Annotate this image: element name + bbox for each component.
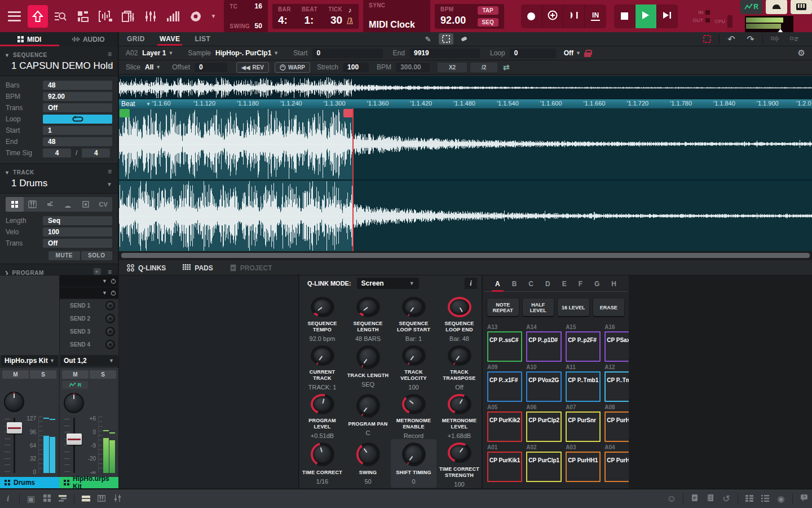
- qlink-knob-cell[interactable]: PROGRAM LEVEL+0.51dB: [299, 391, 345, 439]
- track-menu-icon[interactable]: ≡: [108, 168, 112, 176]
- main-mode-button[interactable]: [28, 5, 48, 28]
- pad-button[interactable]: CP PurKik2: [487, 411, 522, 442]
- track-tab-program[interactable]: HipHo.urps Kit: [59, 477, 118, 488]
- pad-button[interactable]: CP PVox2G: [526, 371, 562, 402]
- track-type-midi-button[interactable]: [59, 197, 77, 212]
- fader-thumb[interactable]: [67, 433, 82, 445]
- menu-icon[interactable]: [8, 11, 21, 21]
- bars-view-icon[interactable]: [78, 494, 94, 503]
- warp-button[interactable]: WARP: [275, 62, 310, 73]
- process-settings-button[interactable]: [787, 33, 801, 45]
- tab-pads[interactable]: PADS: [183, 264, 213, 272]
- qlink-knob[interactable]: [311, 297, 334, 317]
- param-field[interactable]: 48: [43, 137, 112, 146]
- track-type-plugin-button[interactable]: [41, 197, 59, 212]
- qlink-knob[interactable]: [311, 443, 334, 466]
- browser-mode-button[interactable]: [50, 5, 70, 28]
- send-knob[interactable]: [105, 314, 115, 323]
- strip-mute-button[interactable]: M: [2, 370, 29, 379]
- tab-qlinks[interactable]: Q-LINKS: [127, 264, 166, 272]
- qlink-knob[interactable]: [356, 345, 380, 369]
- sequence-title[interactable]: 1 CAPSUN DEMO Hold: [11, 60, 112, 72]
- qlink-knob-cell[interactable]: PROGRAM PANC: [345, 391, 391, 439]
- sync-panel[interactable]: SYNC MIDI Clock: [363, 0, 430, 32]
- add-program-icon[interactable]: +: [94, 268, 101, 275]
- pad-bank-a[interactable]: A: [492, 279, 504, 291]
- qlink-knob-cell[interactable]: SEQUENCE LOOP ENDBar. 48: [436, 294, 482, 342]
- pad-button[interactable]: CP PurKik1: [487, 452, 522, 482]
- pad-button[interactable]: CP P..ssC#: [487, 331, 522, 362]
- bpm-double-button[interactable]: X2: [438, 63, 467, 72]
- media-disc-icon[interactable]: ◉: [773, 494, 789, 504]
- track-mute-button[interactable]: MUTE: [48, 251, 80, 260]
- qlink-knob[interactable]: [448, 394, 471, 414]
- pad-bank-d[interactable]: D: [542, 279, 554, 291]
- pad-bank-h[interactable]: H: [608, 279, 620, 291]
- channel-mixer-mode-button[interactable]: [140, 5, 161, 28]
- pad-select-button[interactable]: [700, 33, 714, 45]
- qlink-knob[interactable]: [356, 394, 380, 418]
- midi-keyboard-button[interactable]: [791, 0, 812, 14]
- sample-end-marker[interactable]: [343, 109, 353, 117]
- qlink-knob-cell[interactable]: TRACK LENGTHSEQ: [345, 342, 391, 391]
- info-icon[interactable]: i: [0, 494, 16, 503]
- overdub-button[interactable]: [542, 5, 564, 28]
- record-button[interactable]: [521, 5, 542, 28]
- master-mute-button[interactable]: [766, 0, 787, 14]
- play-start-button[interactable]: [657, 5, 678, 28]
- loop-point-field[interactable]: 0: [510, 49, 556, 58]
- insert-slot-1[interactable]: ▼: [60, 275, 118, 287]
- slice-dropdown[interactable]: All: [145, 63, 153, 71]
- erase-button[interactable]: ERASE: [593, 299, 625, 316]
- stretch-field[interactable]: 100: [343, 63, 369, 72]
- note-repeat-button[interactable]: NOTE REPEAT: [487, 299, 519, 316]
- qlink-knob-cell[interactable]: TIME CORRECT STRENGTH100: [436, 439, 482, 488]
- pad-button[interactable]: CP PurSnr: [566, 411, 601, 442]
- pad-bank-c[interactable]: C: [525, 279, 537, 291]
- seq-tempo-button[interactable]: SEQ: [478, 18, 498, 27]
- track-tab-drums[interactable]: Drums: [0, 477, 59, 488]
- qlink-knob[interactable]: [356, 297, 380, 317]
- mixer-view-icon[interactable]: [109, 494, 125, 503]
- pad-a01[interactable]: A01CP PurKik1: [487, 444, 522, 482]
- pad-a10[interactable]: A10CP PVox2G: [526, 364, 562, 402]
- pad-a13[interactable]: A13CP P..ssC#: [487, 324, 522, 362]
- tap-tempo-button[interactable]: TAP: [478, 6, 498, 15]
- sample-bpm-field[interactable]: 300.00: [396, 63, 430, 72]
- param-field[interactable]: 48: [43, 81, 112, 90]
- 16-level-button[interactable]: 16 LEVEL: [558, 299, 589, 316]
- position-panel[interactable]: BAR BEAT TICK 4: 1: 30 ♪: [272, 4, 359, 29]
- track-solo-button[interactable]: SOLO: [81, 251, 113, 260]
- strip-solo-button[interactable]: S: [30, 370, 56, 379]
- note-value-icon[interactable]: ♪: [348, 6, 352, 14]
- tab-project[interactable]: P PROJECT: [230, 264, 272, 272]
- fader-track[interactable]: [73, 418, 75, 473]
- fader-thumb[interactable]: [7, 422, 22, 433]
- qlink-knob[interactable]: [402, 394, 426, 414]
- pan-knob[interactable]: [64, 393, 84, 413]
- punch-in-button[interactable]: IN: [585, 5, 606, 28]
- mode-overflow-caret-icon[interactable]: ▼: [210, 13, 216, 19]
- timesig-denominator-field[interactable]: 4: [82, 148, 110, 157]
- qlink-knob[interactable]: [448, 297, 471, 317]
- redo-button[interactable]: ↷: [743, 33, 758, 45]
- qlink-knob[interactable]: [448, 345, 471, 366]
- loop-toggle[interactable]: [43, 115, 112, 124]
- program-edit-mode-button[interactable]: [118, 5, 138, 28]
- layout-list-icon[interactable]: [742, 494, 757, 503]
- pan-knob[interactable]: [4, 392, 24, 412]
- pad-button[interactable]: CP P..Tmb1: [566, 371, 601, 402]
- qlink-knob-cell[interactable]: METRONOME ENABLERecord: [391, 391, 436, 439]
- pad-bank-b[interactable]: B: [509, 279, 520, 291]
- play-button[interactable]: [636, 5, 657, 28]
- timesig-numerator-field[interactable]: 4: [43, 148, 71, 157]
- pad-bank-g[interactable]: G: [591, 279, 603, 291]
- pad-a09[interactable]: A09CP P..x1F#: [487, 364, 522, 402]
- param-field[interactable]: 1: [43, 126, 112, 135]
- layer-dropdown[interactable]: Layer 1: [142, 49, 166, 57]
- qlink-knob[interactable]: [402, 297, 426, 317]
- half-level-button[interactable]: HALF LEVEL: [523, 299, 554, 316]
- bpm-halve-button[interactable]: /2: [470, 63, 497, 72]
- pad-button[interactable]: CP PurHH1: [566, 452, 601, 482]
- tab-wave[interactable]: WAVE: [160, 32, 180, 46]
